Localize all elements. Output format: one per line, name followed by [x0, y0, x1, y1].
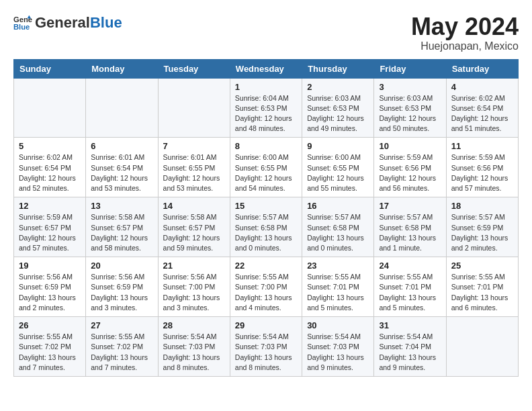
day-number: 30: [307, 320, 369, 330]
day-number: 9: [307, 141, 369, 151]
logo: General Blue GeneralBlue: [13, 13, 122, 32]
table-row: [158, 78, 230, 138]
day-detail: Sunrise: 6:03 AM Sunset: 6:53 PM Dayligh…: [307, 93, 369, 134]
table-row: 16Sunrise: 5:57 AM Sunset: 6:58 PM Dayli…: [302, 197, 374, 257]
day-number: 13: [91, 201, 152, 211]
day-number: 17: [379, 201, 441, 211]
col-sunday: Sunday: [14, 59, 86, 78]
table-row: 14Sunrise: 5:58 AM Sunset: 6:57 PM Dayli…: [158, 197, 230, 257]
calendar-week-row: 26Sunrise: 5:55 AM Sunset: 7:02 PM Dayli…: [14, 317, 519, 377]
day-detail: Sunrise: 5:57 AM Sunset: 6:58 PM Dayligh…: [235, 212, 297, 253]
day-number: 20: [91, 261, 152, 271]
day-detail: Sunrise: 6:00 AM Sunset: 6:55 PM Dayligh…: [235, 152, 297, 193]
day-detail: Sunrise: 6:03 AM Sunset: 6:53 PM Dayligh…: [379, 93, 441, 134]
day-number: 16: [307, 201, 369, 211]
day-detail: Sunrise: 5:56 AM Sunset: 7:00 PM Dayligh…: [163, 272, 225, 313]
day-detail: Sunrise: 5:55 AM Sunset: 7:01 PM Dayligh…: [307, 272, 369, 313]
day-number: 21: [163, 261, 225, 271]
day-number: 22: [235, 261, 297, 271]
table-row: 29Sunrise: 5:54 AM Sunset: 7:03 PM Dayli…: [230, 317, 302, 377]
day-number: 31: [379, 320, 441, 330]
table-row: 23Sunrise: 5:55 AM Sunset: 7:01 PM Dayli…: [302, 257, 374, 317]
table-row: 1Sunrise: 6:04 AM Sunset: 6:53 PM Daylig…: [230, 78, 302, 138]
month-title: May 2024: [411, 13, 519, 40]
day-detail: Sunrise: 5:59 AM Sunset: 6:56 PM Dayligh…: [451, 152, 513, 193]
day-detail: Sunrise: 6:00 AM Sunset: 6:55 PM Dayligh…: [307, 152, 369, 193]
logo-blue-text: Blue: [90, 14, 122, 31]
day-detail: Sunrise: 5:57 AM Sunset: 6:58 PM Dayligh…: [379, 212, 441, 253]
day-number: 1: [235, 82, 297, 92]
day-number: 23: [307, 261, 369, 271]
col-friday: Friday: [374, 59, 446, 78]
table-row: 13Sunrise: 5:58 AM Sunset: 6:57 PM Dayli…: [86, 197, 158, 257]
table-row: 11Sunrise: 5:59 AM Sunset: 6:56 PM Dayli…: [446, 138, 518, 197]
day-detail: Sunrise: 6:02 AM Sunset: 6:54 PM Dayligh…: [451, 93, 513, 134]
table-row: 5Sunrise: 6:02 AM Sunset: 6:54 PM Daylig…: [14, 138, 86, 197]
day-number: 7: [163, 141, 225, 151]
table-row: 26Sunrise: 5:55 AM Sunset: 7:02 PM Dayli…: [14, 317, 86, 377]
day-detail: Sunrise: 5:55 AM Sunset: 7:02 PM Dayligh…: [19, 332, 81, 373]
table-row: 19Sunrise: 5:56 AM Sunset: 6:59 PM Dayli…: [14, 257, 86, 317]
table-row: 3Sunrise: 6:03 AM Sunset: 6:53 PM Daylig…: [374, 78, 446, 138]
table-row: [14, 78, 86, 138]
calendar-week-row: 19Sunrise: 5:56 AM Sunset: 6:59 PM Dayli…: [14, 257, 519, 317]
col-wednesday: Wednesday: [230, 59, 302, 78]
day-number: 3: [379, 82, 441, 92]
day-number: 29: [235, 320, 297, 330]
day-number: 18: [451, 201, 513, 211]
day-number: 10: [379, 141, 441, 151]
col-tuesday: Tuesday: [158, 59, 230, 78]
col-saturday: Saturday: [446, 59, 518, 78]
table-row: 7Sunrise: 6:01 AM Sunset: 6:55 PM Daylig…: [158, 138, 230, 197]
table-row: 15Sunrise: 5:57 AM Sunset: 6:58 PM Dayli…: [230, 197, 302, 257]
day-number: 14: [163, 201, 225, 211]
day-number: 25: [451, 261, 513, 271]
day-number: 19: [19, 261, 81, 271]
col-monday: Monday: [86, 59, 158, 78]
header: General Blue GeneralBlue May 2024 Huejon…: [13, 13, 519, 52]
table-row: 2Sunrise: 6:03 AM Sunset: 6:53 PM Daylig…: [302, 78, 374, 138]
day-number: 2: [307, 82, 369, 92]
table-row: 6Sunrise: 6:01 AM Sunset: 6:54 PM Daylig…: [86, 138, 158, 197]
day-number: 5: [19, 141, 81, 151]
table-row: 9Sunrise: 6:00 AM Sunset: 6:55 PM Daylig…: [302, 138, 374, 197]
table-row: 17Sunrise: 5:57 AM Sunset: 6:58 PM Dayli…: [374, 197, 446, 257]
day-detail: Sunrise: 5:54 AM Sunset: 7:03 PM Dayligh…: [307, 332, 369, 373]
day-detail: Sunrise: 5:55 AM Sunset: 7:01 PM Dayligh…: [379, 272, 441, 313]
day-number: 15: [235, 201, 297, 211]
table-row: 25Sunrise: 5:55 AM Sunset: 7:01 PM Dayli…: [446, 257, 518, 317]
day-number: 26: [19, 320, 81, 330]
table-row: 4Sunrise: 6:02 AM Sunset: 6:54 PM Daylig…: [446, 78, 518, 138]
table-row: 12Sunrise: 5:59 AM Sunset: 6:57 PM Dayli…: [14, 197, 86, 257]
table-row: 18Sunrise: 5:57 AM Sunset: 6:59 PM Dayli…: [446, 197, 518, 257]
table-row: 28Sunrise: 5:54 AM Sunset: 7:03 PM Dayli…: [158, 317, 230, 377]
day-detail: Sunrise: 5:55 AM Sunset: 7:01 PM Dayligh…: [451, 272, 513, 313]
table-row: 10Sunrise: 5:59 AM Sunset: 6:56 PM Dayli…: [374, 138, 446, 197]
day-detail: Sunrise: 5:57 AM Sunset: 6:59 PM Dayligh…: [451, 212, 513, 253]
day-detail: Sunrise: 5:56 AM Sunset: 6:59 PM Dayligh…: [91, 272, 152, 313]
calendar-week-row: 5Sunrise: 6:02 AM Sunset: 6:54 PM Daylig…: [14, 138, 519, 197]
table-row: 24Sunrise: 5:55 AM Sunset: 7:01 PM Dayli…: [374, 257, 446, 317]
day-detail: Sunrise: 5:55 AM Sunset: 7:00 PM Dayligh…: [235, 272, 297, 313]
calendar-table: Sunday Monday Tuesday Wednesday Thursday…: [13, 59, 519, 377]
day-number: 24: [379, 261, 441, 271]
day-detail: Sunrise: 5:54 AM Sunset: 7:04 PM Dayligh…: [379, 332, 441, 373]
table-row: 31Sunrise: 5:54 AM Sunset: 7:04 PM Dayli…: [374, 317, 446, 377]
day-detail: Sunrise: 5:59 AM Sunset: 6:57 PM Dayligh…: [19, 212, 81, 253]
day-number: 27: [91, 320, 152, 330]
day-number: 11: [451, 141, 513, 151]
day-number: 6: [91, 141, 152, 151]
table-row: 22Sunrise: 5:55 AM Sunset: 7:00 PM Dayli…: [230, 257, 302, 317]
svg-text:Blue: Blue: [13, 23, 30, 31]
col-thursday: Thursday: [302, 59, 374, 78]
day-detail: Sunrise: 6:04 AM Sunset: 6:53 PM Dayligh…: [235, 93, 297, 134]
day-number: 8: [235, 141, 297, 151]
day-detail: Sunrise: 5:56 AM Sunset: 6:59 PM Dayligh…: [19, 272, 81, 313]
calendar-week-row: 12Sunrise: 5:59 AM Sunset: 6:57 PM Dayli…: [14, 197, 519, 257]
table-row: [446, 317, 518, 377]
day-detail: Sunrise: 6:01 AM Sunset: 6:54 PM Dayligh…: [91, 152, 152, 193]
day-number: 4: [451, 82, 513, 92]
logo-icon: General Blue: [13, 13, 32, 32]
table-row: [86, 78, 158, 138]
day-detail: Sunrise: 5:57 AM Sunset: 6:58 PM Dayligh…: [307, 212, 369, 253]
